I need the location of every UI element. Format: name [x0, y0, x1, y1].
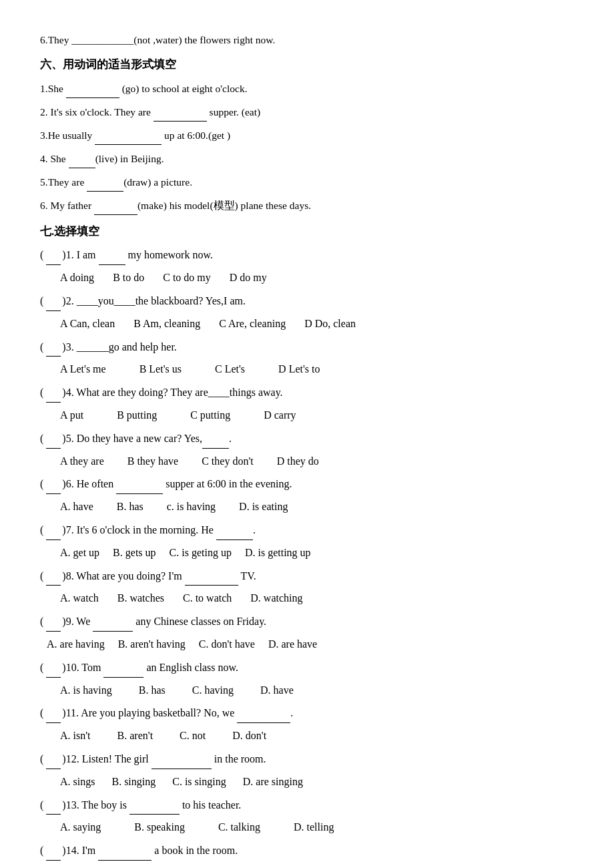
section7-q13: ( )13. The boy is to his teacher.: [40, 795, 574, 815]
section7-q4-options: A put B putting C putting D carry: [60, 406, 574, 425]
section7-q2-options: A Can, clean B Am, cleaning C Are, clean…: [60, 314, 574, 334]
answer-bracket-8: [46, 566, 61, 586]
section6-q6: 6. My father (make) his model(模型) plane …: [40, 196, 574, 215]
answer-bracket-5: [46, 429, 61, 449]
section7-q3-options: A Let's me B Let's us C Let's D Let's to: [60, 360, 574, 379]
blank-7q8: [185, 566, 238, 586]
blank-7q5: [202, 429, 229, 449]
section7-q1: ( )1. I am my homework now.: [40, 245, 574, 265]
section7-q3: ( )3. ______go and help her.: [40, 337, 574, 357]
blank-s6q1: [66, 79, 119, 98]
blank-7q13: [129, 795, 180, 815]
section6-title: 六、用动词的适当形式填空: [40, 55, 574, 75]
blank-7q1: [99, 245, 125, 265]
section7-q4: ( )4. What are they doing? They are____t…: [40, 383, 574, 403]
blank-7q9: [93, 612, 133, 632]
section7-q7: ( )7. It's 6 o'clock in the morning. He …: [40, 520, 574, 540]
answer-bracket-13: [46, 795, 61, 815]
answer-bracket-6: [46, 474, 61, 494]
section6-q2: 2. It's six o'clock. They are supper. (e…: [40, 102, 574, 122]
answer-bracket-7: [46, 520, 61, 540]
section7-q1-options: A doing B to do C to do my D do my: [60, 268, 574, 288]
answer-bracket-11: [46, 703, 61, 723]
blank-s6q6: [94, 196, 137, 215]
section7-q9-options: A. are having B. aren't having C. don't …: [47, 635, 574, 654]
blank-7q7: [216, 520, 253, 540]
section7-q5-options: A they are B they have C they don't D th…: [60, 452, 574, 471]
section7-q11-options: A. isn't B. aren't C. not D. don't: [60, 726, 574, 746]
answer-bracket-9: [46, 612, 61, 632]
section7-q12: ( )12. Listen! The girl in the room.: [40, 749, 574, 769]
blank-s6q2: [154, 102, 207, 122]
answer-bracket-14: [46, 841, 61, 861]
blank-7q6: [116, 474, 163, 494]
section6-q5: 5.They are (draw) a picture.: [40, 172, 574, 192]
section6-q3: 3.He usually up at 6:00.(get ): [40, 126, 574, 145]
section7-q5: ( )5. Do they have a new car? Yes, .: [40, 429, 574, 449]
section7-q9: ( )9. We any Chinese classes on Friday.: [40, 612, 574, 632]
blank-7q12: [151, 749, 212, 769]
answer-bracket-1: [46, 245, 61, 265]
blank-7q14: [98, 841, 151, 861]
section6-q1: 1.She (go) to school at eight o'clock.: [40, 79, 574, 98]
section7-title: 七.选择填空: [40, 222, 574, 242]
section7-q12-options: A. sings B. singing C. is singing D. are…: [60, 773, 574, 792]
blank-s6q3: [95, 126, 162, 145]
section7-q10-options: A. is having B. has C. having D. have: [60, 681, 574, 700]
section6-q4: 4. She (live) in Beijing.: [40, 149, 574, 168]
answer-bracket-12: [46, 749, 61, 769]
blank-7q10: [103, 658, 143, 678]
section7-q6: ( )6. He often supper at 6:00 in the eve…: [40, 474, 574, 494]
section7-q7-options: A. get up B. gets up C. is geting up D. …: [60, 544, 574, 563]
answer-bracket-3: [46, 337, 61, 357]
section7-q13-options: A. saying B. speaking C. talking D. tell…: [60, 818, 574, 837]
section7-q6-options: A. have B. has c. is having D. is eating: [60, 497, 574, 517]
answer-bracket-4: [46, 383, 61, 403]
blank-s6q4: [69, 149, 95, 168]
section5-q6: 6.They ____________(not ,water) the flow…: [40, 31, 574, 49]
section7-q8-options: A. watch B. watches C. to watch D. watch…: [60, 589, 574, 608]
section7-q8: ( )8. What are you doing? I'm TV.: [40, 566, 574, 586]
blank-s6q5: [87, 172, 123, 192]
answer-bracket-2: [46, 291, 61, 311]
section7-q10: ( )10. Tom an English class now.: [40, 658, 574, 678]
section7-q14: ( )14. I'm a book in the room.: [40, 841, 574, 861]
section7-q11: ( )11. Are you playing basketball? No, w…: [40, 703, 574, 723]
section7-q2: ( )2. ____you____the blackboard? Yes,I a…: [40, 291, 574, 311]
answer-bracket-10: [46, 658, 61, 678]
blank-7q11: [237, 703, 290, 723]
